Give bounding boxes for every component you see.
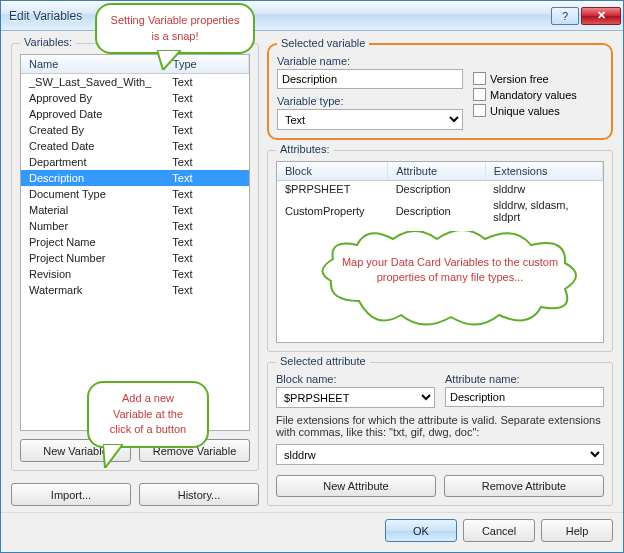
table-row[interactable]: Approved DateText (21, 106, 249, 122)
selected-variable-legend: Selected variable (277, 37, 369, 49)
col-header-name[interactable]: Name (21, 55, 164, 74)
edit-variables-dialog: Edit Variables ? ✕ Variables: Name Type … (0, 0, 624, 553)
mandatory-label: Mandatory values (490, 89, 577, 101)
variable-name-input[interactable] (277, 69, 463, 89)
table-row[interactable]: Document TypeText (21, 186, 249, 202)
selected-attribute-legend: Selected attribute (276, 355, 370, 367)
selected-attribute-group: Selected attribute Block name: $PRPSHEET… (267, 362, 613, 506)
table-row[interactable]: Project NumberText (21, 250, 249, 266)
cancel-button[interactable]: Cancel (463, 519, 535, 542)
table-row[interactable]: DescriptionText (21, 170, 249, 186)
extensions-hint: File extensions for which the attribute … (276, 414, 604, 438)
help-icon: ? (562, 10, 568, 22)
col-header-block[interactable]: Block (277, 162, 388, 181)
speech-tail-icon (103, 444, 123, 468)
history-button[interactable]: History... (139, 483, 259, 506)
remove-attribute-button[interactable]: Remove Attribute (444, 475, 604, 497)
callout-cloud: Map your Data Card Variables to the cust… (319, 231, 581, 327)
callout-left: Add a new Variable at the click of a but… (87, 381, 209, 448)
help-footer-button[interactable]: Help (541, 519, 613, 542)
variables-table: Name Type _SW_Last_Saved_With_TextApprov… (21, 55, 249, 298)
variable-type-label: Variable type: (277, 95, 463, 107)
variables-table-wrap[interactable]: Name Type _SW_Last_Saved_With_TextApprov… (20, 54, 250, 431)
table-row[interactable]: MaterialText (21, 202, 249, 218)
close-button[interactable]: ✕ (581, 7, 621, 25)
selected-variable-group: Selected variable Variable name: Variabl… (267, 43, 613, 140)
table-row[interactable]: DepartmentText (21, 154, 249, 170)
table-row[interactable]: Created DateText (21, 138, 249, 154)
callout-top: Setting Variable properties is a snap! (95, 3, 255, 54)
svg-marker-1 (103, 444, 123, 468)
help-button[interactable]: ? (551, 7, 579, 25)
window-title: Edit Variables (9, 9, 551, 23)
attribute-name-label: Attribute name: (445, 373, 604, 385)
speech-tail-icon (157, 50, 181, 70)
dialog-footer: OK Cancel Help (1, 512, 623, 552)
new-attribute-button[interactable]: New Attribute (276, 475, 436, 497)
table-row[interactable]: WatermarkText (21, 282, 249, 298)
variable-name-label: Variable name: (277, 55, 463, 67)
mandatory-checkbox[interactable] (473, 88, 486, 101)
attribute-name-input[interactable] (445, 387, 604, 407)
unique-label: Unique values (490, 105, 560, 117)
table-row[interactable]: Project NameText (21, 234, 249, 250)
variable-type-select[interactable]: Text (277, 109, 463, 130)
import-button[interactable]: Import... (11, 483, 131, 506)
block-name-select[interactable]: $PRPSHEET (276, 387, 435, 408)
col-header-extensions[interactable]: Extensions (485, 162, 602, 181)
table-row[interactable]: $PRPSHEETDescriptionslddrw (277, 181, 603, 198)
table-row[interactable]: Approved ByText (21, 90, 249, 106)
table-row[interactable]: CustomPropertyDescriptionslddrw, sldasm,… (277, 197, 603, 225)
unique-checkbox[interactable] (473, 104, 486, 117)
block-name-label: Block name: (276, 373, 435, 385)
table-row[interactable]: Created ByText (21, 122, 249, 138)
close-icon: ✕ (597, 9, 606, 22)
extensions-select[interactable]: slddrw (276, 444, 604, 465)
col-header-attribute[interactable]: Attribute (388, 162, 486, 181)
version-free-label: Version free (490, 73, 549, 85)
version-free-checkbox[interactable] (473, 72, 486, 85)
variables-legend: Variables: (20, 36, 76, 48)
attributes-table: Block Attribute Extensions $PRPSHEETDesc… (277, 162, 603, 225)
svg-marker-0 (157, 50, 181, 70)
table-row[interactable]: RevisionText (21, 266, 249, 282)
attributes-legend: Attributes: (276, 143, 334, 155)
table-row[interactable]: _SW_Last_Saved_With_Text (21, 74, 249, 91)
table-row[interactable]: NumberText (21, 218, 249, 234)
ok-button[interactable]: OK (385, 519, 457, 542)
